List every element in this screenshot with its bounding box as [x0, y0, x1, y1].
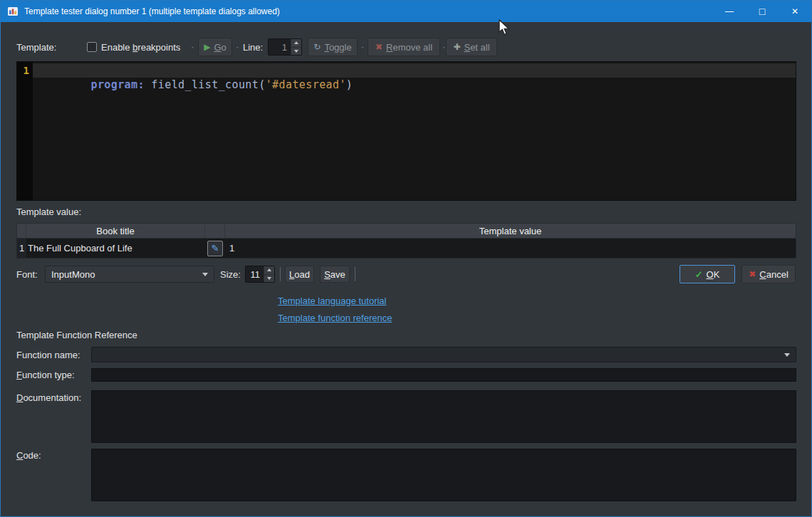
- table-header-row: Book title Template value: [16, 223, 796, 239]
- set-all-button[interactable]: ✚ Set all: [446, 38, 497, 56]
- save-button[interactable]: Save: [320, 266, 350, 283]
- spin-up-icon: [294, 41, 298, 44]
- close-icon: ✕: [791, 6, 798, 16]
- code-label: Code:: [16, 450, 41, 461]
- toolbar-separator: ·: [442, 41, 445, 52]
- window-title: Template tester dialog number 1 (multipl…: [24, 6, 280, 16]
- function-type-field[interactable]: [91, 368, 796, 382]
- cancel-button[interactable]: ✖ Cancel: [741, 265, 796, 283]
- enable-breakpoints-label[interactable]: Enable breakpoints: [101, 42, 180, 53]
- toolbar-separator: ·: [191, 41, 194, 52]
- col-header-template-value[interactable]: Template value: [225, 224, 796, 238]
- line-number: 1: [17, 63, 33, 78]
- template-function-reference-link[interactable]: Template function reference: [278, 313, 392, 323]
- code-line-text: program: field_list_count('#datesread'): [90, 78, 353, 91]
- corner-header-cell: [17, 224, 26, 238]
- app-icon: [7, 6, 19, 17]
- minimize-button[interactable]: —: [713, 1, 746, 22]
- line-spinbox-value: 1: [269, 39, 291, 55]
- ok-label: OK: [707, 269, 720, 280]
- edit-pencil-icon: ✎: [212, 244, 219, 253]
- toolbar-separator: ·: [361, 41, 364, 52]
- ok-check-icon: ✓: [695, 269, 703, 280]
- font-label: Font:: [16, 269, 38, 280]
- editor-gutter: 1: [17, 62, 33, 200]
- function-name-combobox[interactable]: [91, 347, 796, 362]
- template-value-label: Template value:: [16, 207, 81, 217]
- spin-up-button[interactable]: [264, 266, 274, 274]
- template-label: Template:: [16, 42, 56, 53]
- size-spin-buttons: [264, 266, 274, 282]
- documentation-field[interactable]: [91, 390, 796, 443]
- go-label: Go: [214, 42, 226, 53]
- code-field[interactable]: [91, 449, 796, 501]
- template-editor[interactable]: 1 program: field_list_count('#datesread'…: [16, 61, 796, 201]
- documentation-label: Documentation:: [16, 392, 81, 403]
- font-dropdown-arrow-icon: [202, 273, 208, 276]
- go-button[interactable]: ▶ Go: [198, 38, 232, 56]
- cancel-x-icon: ✖: [749, 269, 756, 279]
- set-all-icon: ✚: [453, 43, 460, 51]
- spin-down-icon: [267, 277, 271, 280]
- size-spinbox-value: 11: [246, 266, 264, 282]
- set-all-label: Set all: [464, 42, 489, 53]
- spin-down-button[interactable]: [264, 274, 274, 283]
- function-type-label: Function type:: [16, 370, 75, 380]
- maximize-button[interactable]: □: [746, 1, 779, 22]
- table-row[interactable]: 1 The Full Cupboard of Life ✎ 1: [16, 239, 796, 258]
- line-label: Line:: [243, 42, 263, 53]
- ok-button[interactable]: ✓ OK: [680, 265, 735, 283]
- col-header-edit: [205, 224, 225, 238]
- window-controls: — □ ✕: [713, 1, 811, 22]
- toggle-icon: ↻: [313, 43, 321, 51]
- titlebar[interactable]: Template tester dialog number 1 (multipl…: [1, 1, 811, 22]
- template-value-table: Book title Template value 1 The Full Cup…: [16, 223, 796, 258]
- toggle-button[interactable]: ↻ Toggle: [308, 38, 358, 56]
- function-name-label: Function name:: [16, 350, 80, 360]
- function-reference-title: Template Function Reference: [16, 330, 137, 340]
- toggle-label: Toggle: [324, 42, 351, 53]
- font-combobox[interactable]: InputMono: [45, 266, 214, 283]
- edit-template-button[interactable]: ✎: [207, 241, 223, 256]
- toolbar-separator: ·: [236, 41, 239, 52]
- code-line: program: field_list_count('#datesread'): [33, 63, 796, 78]
- spin-up-button[interactable]: [291, 39, 301, 47]
- go-icon: ▶: [204, 43, 210, 51]
- font-combobox-value: InputMono: [46, 269, 202, 280]
- load-label: Load: [289, 269, 310, 280]
- line-spin-buttons: [291, 39, 301, 55]
- editor-code-area: program: field_list_count('#datesread'): [33, 62, 796, 200]
- template-tester-dialog: Template tester dialog number 1 (multipl…: [0, 0, 812, 517]
- size-label: Size:: [220, 269, 241, 280]
- line-spinbox[interactable]: 1: [268, 38, 302, 56]
- col-header-book-title[interactable]: Book title: [26, 224, 205, 238]
- separator: [280, 267, 281, 281]
- maximize-icon: □: [759, 6, 765, 17]
- remove-all-button[interactable]: ✖ Remove all: [368, 38, 440, 56]
- row-number: 1: [17, 239, 26, 258]
- mouse-cursor: [499, 19, 511, 38]
- spin-down-button[interactable]: [291, 47, 301, 56]
- minimize-icon: —: [725, 6, 734, 16]
- enable-breakpoints-checkbox[interactable]: [87, 42, 97, 52]
- remove-all-icon: ✖: [375, 43, 382, 51]
- cancel-label: Cancel: [759, 269, 788, 280]
- remove-all-label: Remove all: [386, 42, 432, 53]
- edit-cell: ✎: [205, 239, 225, 258]
- template-value-cell: 1: [225, 239, 796, 258]
- load-button[interactable]: Load: [285, 266, 314, 283]
- save-label: Save: [324, 269, 345, 280]
- spin-down-icon: [294, 50, 298, 53]
- separator: [355, 267, 355, 281]
- book-title-cell: The Full Cupboard of Life: [26, 239, 205, 258]
- function-name-dropdown-arrow-icon: [784, 353, 790, 357]
- spin-up-icon: [267, 268, 271, 271]
- template-language-tutorial-link[interactable]: Template language tutorial: [278, 296, 387, 306]
- close-button[interactable]: ✕: [779, 1, 811, 22]
- size-spinbox[interactable]: 11: [245, 266, 275, 283]
